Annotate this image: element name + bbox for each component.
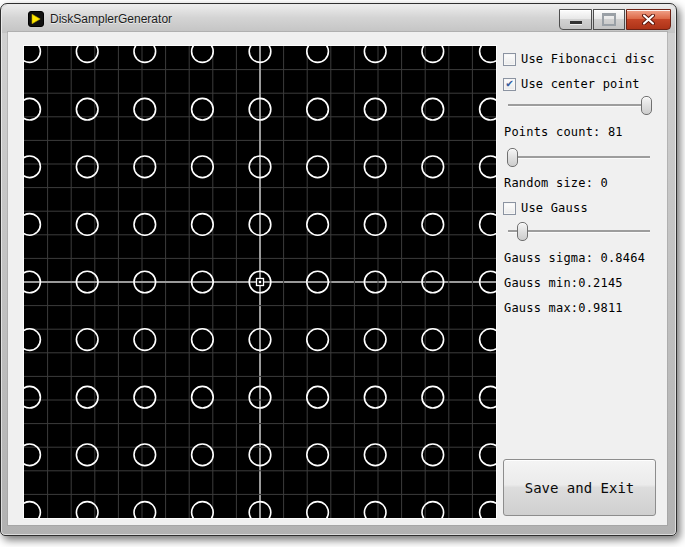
checkbox-row-gauss: Use Gauss [503,201,588,215]
app-icon [28,11,44,27]
gauss-sigma-label: Gauss sigma: 0.8464 [504,251,645,265]
random-size-slider[interactable] [508,148,650,167]
gauss-min-label: Gauss min:0.2145 [504,276,623,290]
title-bar[interactable]: DiskSamplerGenerator [2,5,675,33]
app-window: DiskSamplerGenerator [0,3,677,536]
checkbox-row-fibonacci: Use Fibonacci disc [503,52,655,66]
maximize-icon [602,13,616,26]
checkbox-row-center-point: ✔ Use center point [503,77,640,91]
fibonacci-disc-checkbox[interactable] [503,53,516,66]
fibonacci-disc-label: Use Fibonacci disc [521,52,655,66]
minimize-button[interactable] [559,9,592,30]
close-button[interactable] [626,9,671,30]
maximize-button[interactable] [593,9,625,30]
points-count-label: Points count: 81 [504,125,623,139]
window-title: DiskSamplerGenerator [50,12,172,26]
caption-buttons [559,9,671,30]
gauss-max-label: Gauss max:0.9811 [504,301,623,315]
slider-groove [508,104,650,107]
slider-handle[interactable] [517,222,528,241]
points-count-slider[interactable] [508,96,650,115]
checkbox-check-icon: ✔ [506,78,513,88]
sample-preview-canvas [23,45,497,519]
center-point-label: Use center point [521,77,640,91]
random-size-label: Random size: 0 [504,176,608,190]
disk-samples-plot [24,46,496,518]
slider-groove [508,156,650,159]
save-and-exit-button[interactable]: Save and Exit [503,459,656,516]
slider-handle[interactable] [507,148,518,167]
save-and-exit-label: Save and Exit [525,480,635,496]
minimize-icon [570,21,582,24]
slider-handle[interactable] [641,96,652,115]
center-point-checkbox[interactable]: ✔ [503,78,516,91]
gauss-sigma-slider[interactable] [508,222,650,241]
use-gauss-checkbox[interactable] [503,202,516,215]
client-area: Use Fibonacci disc ✔ Use center point Po… [8,32,667,525]
slider-groove [508,230,650,233]
use-gauss-label: Use Gauss [521,201,588,215]
close-icon [642,10,655,29]
